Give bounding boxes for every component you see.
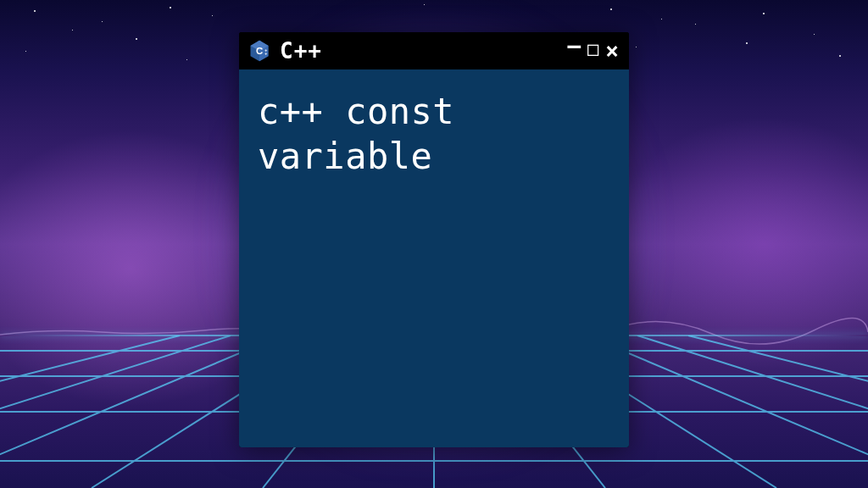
maximize-icon[interactable]: □	[587, 40, 598, 58]
close-icon[interactable]: ×	[605, 40, 619, 62]
svg-text:C: C	[256, 46, 263, 56]
app-window: C + + C++ — □ × c++ const variable	[239, 32, 629, 447]
titlebar[interactable]: C + + C++ — □ ×	[239, 32, 629, 69]
window-title: C++	[280, 38, 322, 64]
window-body: c++ const variable	[239, 69, 629, 447]
body-text: c++ const variable	[258, 90, 610, 179]
svg-text:+: +	[264, 51, 267, 56]
window-controls: — □ ×	[567, 40, 619, 62]
cpp-logo-icon: C + +	[248, 39, 271, 63]
minimize-icon[interactable]: —	[567, 35, 581, 57]
